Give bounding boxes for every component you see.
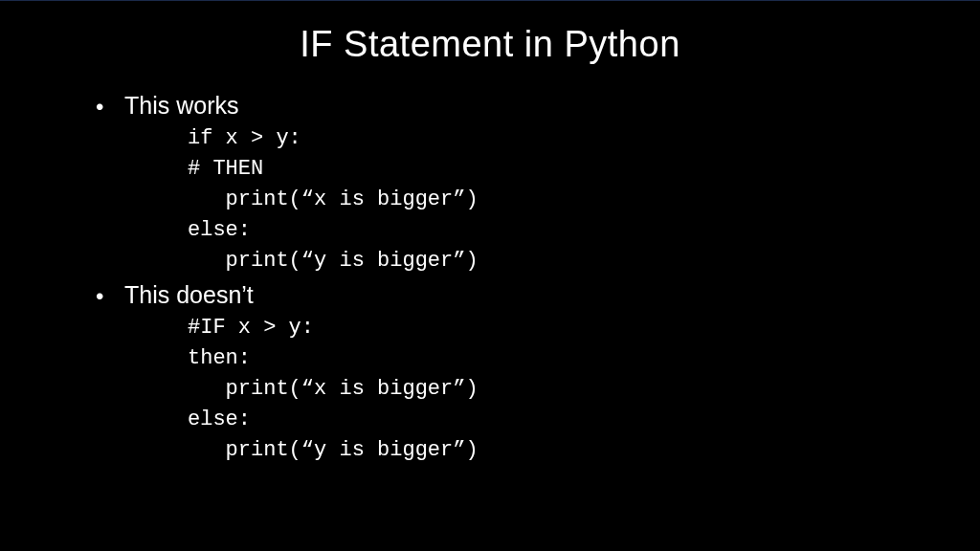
bullet-label: This works bbox=[124, 92, 238, 119]
slide-container: IF Statement in Python This works if x >… bbox=[0, 1, 980, 510]
code-block: #IF x > y: then: print(“x is bigger”) el… bbox=[96, 313, 923, 465]
code-block: if x > y: # THEN print(“x is bigger”) el… bbox=[96, 123, 923, 276]
bullet-item: This works bbox=[96, 92, 923, 120]
bullet-list: This works if x > y: # THEN print(“x is … bbox=[96, 92, 923, 466]
slide-title: IF Statement in Python bbox=[57, 24, 923, 65]
bullet-label: This doesn’t bbox=[124, 281, 254, 308]
slide-content: This works if x > y: # THEN print(“x is … bbox=[57, 92, 923, 466]
bullet-item: This doesn’t bbox=[96, 281, 923, 309]
